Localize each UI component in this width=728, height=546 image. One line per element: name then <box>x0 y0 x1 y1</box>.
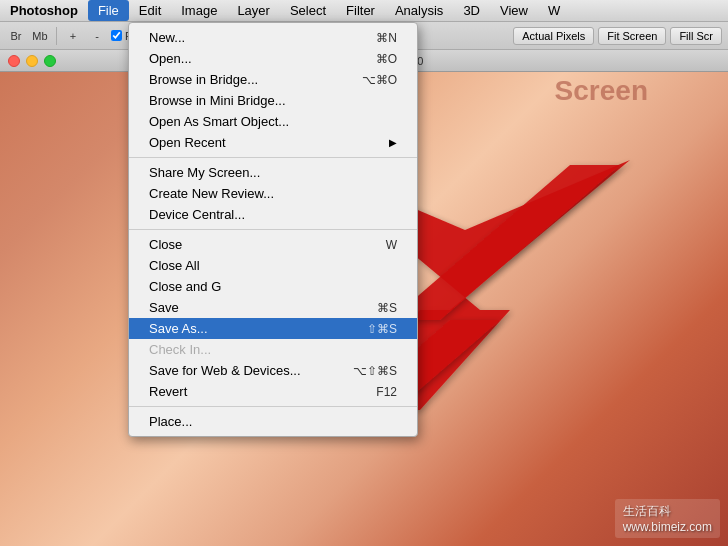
menu-item-save-as-label: Save As... <box>149 321 208 336</box>
menu-item-save-shortcut: ⌘S <box>377 301 397 315</box>
file-menu: New... ⌘N Open... ⌘O Browse in Bridge...… <box>128 22 418 437</box>
menu-item-save-web[interactable]: Save for Web & Devices... ⌥⇧⌘S <box>129 360 417 381</box>
menu-item-revert[interactable]: Revert F12 <box>129 381 417 402</box>
menu-item-check-in: Check In... <box>129 339 417 360</box>
close-button[interactable] <box>8 55 20 67</box>
menu-item-save[interactable]: Save ⌘S <box>129 297 417 318</box>
menubar-item-3d[interactable]: 3D <box>453 0 490 21</box>
menubar-item-filter[interactable]: Filter <box>336 0 385 21</box>
menu-item-browse-mini-bridge-label: Browse in Mini Bridge... <box>149 93 286 108</box>
menubar-item-layer[interactable]: Layer <box>227 0 280 21</box>
menu-item-device-central[interactable]: Device Central... <box>129 204 417 225</box>
menu-item-open-smart-object[interactable]: Open As Smart Object... <box>129 111 417 132</box>
menu-item-create-review[interactable]: Create New Review... <box>129 183 417 204</box>
menu-item-share-screen[interactable]: Share My Screen... <box>129 162 417 183</box>
menu-item-close-go[interactable]: Close and G <box>129 276 417 297</box>
watermark-line2: www.bimeiz.com <box>623 520 712 534</box>
fill-screen-button[interactable]: Fill Scr <box>670 27 722 45</box>
maximize-button[interactable] <box>44 55 56 67</box>
menu-item-save-as[interactable]: Save As... ⇧⌘S <box>129 318 417 339</box>
menubar-item-analysis[interactable]: Analysis <box>385 0 453 21</box>
screen-label: Screen <box>555 75 648 107</box>
minisbridge-icon[interactable]: Mb <box>30 26 50 46</box>
menu-item-close-all[interactable]: Close All <box>129 255 417 276</box>
bridge-icon[interactable]: Br <box>6 26 26 46</box>
menu-item-open-label: Open... <box>149 51 192 66</box>
menu-item-save-label: Save <box>149 300 179 315</box>
menu-item-browse-mini-bridge[interactable]: Browse in Mini Bridge... <box>129 90 417 111</box>
menu-item-place-label: Place... <box>149 414 192 429</box>
menu-item-browse-bridge-label: Browse in Bridge... <box>149 72 258 87</box>
menu-item-new-label: New... <box>149 30 185 45</box>
menu-item-revert-label: Revert <box>149 384 187 399</box>
menu-sep-2 <box>129 229 417 230</box>
menu-item-check-in-label: Check In... <box>149 342 211 357</box>
menu-item-new[interactable]: New... ⌘N <box>129 27 417 48</box>
menu-item-save-web-label: Save for Web & Devices... <box>149 363 301 378</box>
menu-item-browse-bridge[interactable]: Browse in Bridge... ⌥⌘O <box>129 69 417 90</box>
menu-item-save-as-shortcut: ⇧⌘S <box>367 322 397 336</box>
menu-item-open-smart-object-label: Open As Smart Object... <box>149 114 289 129</box>
menu-item-open-recent-label: Open Recent <box>149 135 226 150</box>
menu-item-close-all-label: Close All <box>149 258 200 273</box>
menu-item-save-web-shortcut: ⌥⇧⌘S <box>353 364 397 378</box>
actual-pixels-button[interactable]: Actual Pixels <box>513 27 594 45</box>
menubar-item-view[interactable]: View <box>490 0 538 21</box>
menubar-item-select[interactable]: Select <box>280 0 336 21</box>
resample-check-input[interactable] <box>111 30 122 41</box>
menubar-item-image[interactable]: Image <box>171 0 227 21</box>
menu-sep-3 <box>129 406 417 407</box>
menu-item-close[interactable]: Close W <box>129 234 417 255</box>
zoom-out-icon[interactable]: - <box>87 26 107 46</box>
minimize-button[interactable] <box>26 55 38 67</box>
zoom-in-icon[interactable]: + <box>63 26 83 46</box>
open-recent-arrow: ▶ <box>389 137 397 148</box>
menu-item-close-go-label: Close and G <box>149 279 221 294</box>
menu-item-device-central-label: Device Central... <box>149 207 245 222</box>
menu-item-open-recent[interactable]: Open Recent ▶ <box>129 132 417 153</box>
menu-sep-1 <box>129 157 417 158</box>
menubar-item-edit[interactable]: Edit <box>129 0 171 21</box>
menu-item-open[interactable]: Open... ⌘O <box>129 48 417 69</box>
fit-screen-button[interactable]: Fit Screen <box>598 27 666 45</box>
menubar-item-file[interactable]: File <box>88 0 129 21</box>
menu-item-share-screen-label: Share My Screen... <box>149 165 260 180</box>
menu-item-revert-shortcut: F12 <box>376 385 397 399</box>
menu-item-close-shortcut: W <box>386 238 397 252</box>
watermark-line1: 生活百科 <box>623 503 712 520</box>
menubar: Photoshop File Edit Image Layer Select F… <box>0 0 728 22</box>
menu-item-create-review-label: Create New Review... <box>149 186 274 201</box>
menu-item-place[interactable]: Place... <box>129 411 417 432</box>
toolbar-sep-1 <box>56 27 57 45</box>
menu-item-open-shortcut: ⌘O <box>376 52 397 66</box>
menu-item-browse-bridge-shortcut: ⌥⌘O <box>362 73 397 87</box>
watermark: 生活百科 www.bimeiz.com <box>615 499 720 538</box>
menu-item-close-label: Close <box>149 237 182 252</box>
menubar-item-photoshop[interactable]: Photoshop <box>0 0 88 21</box>
menu-item-new-shortcut: ⌘N <box>376 31 397 45</box>
menubar-item-window[interactable]: W <box>538 0 570 21</box>
